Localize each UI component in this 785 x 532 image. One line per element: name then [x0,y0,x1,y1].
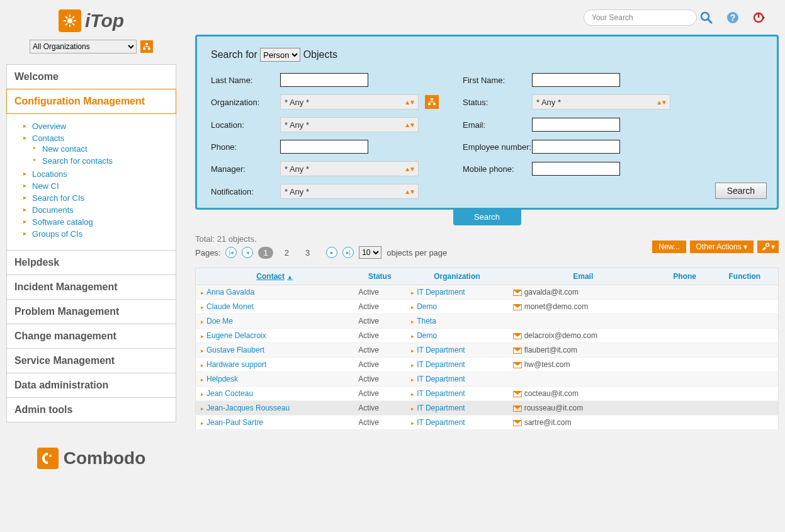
status-cell: Active [353,329,406,343]
select-location[interactable]: * Any *▲▼ [280,117,419,132]
nav-section-change-management[interactable]: Change management [6,324,176,349]
org-link[interactable]: IT Department [417,418,465,427]
nav-section-welcome[interactable]: Welcome [6,64,176,89]
nav-item[interactable]: Groups of CIs [32,228,176,240]
status-cell: Active [353,401,406,416]
nav-link[interactable]: Groups of CIs [32,229,82,239]
nav-item[interactable]: Search for CIs [32,192,176,204]
nav-item[interactable]: Documents [32,204,176,216]
svg-rect-19 [431,98,433,100]
input-last-name[interactable] [280,73,368,87]
pager-prev-button[interactable]: ◂ [242,247,253,258]
label-employee-number: Employee number: [463,142,532,152]
pager-last-button[interactable]: ▸| [342,247,354,258]
per-page-select[interactable]: 10 [359,246,381,259]
nav-link[interactable]: Documents [32,205,74,215]
column-header[interactable]: Phone [658,268,711,285]
nav-section-incident-management[interactable]: Incident Management [6,274,176,300]
logout-icon[interactable] [752,11,766,25]
column-header[interactable]: Status [353,268,406,285]
input-first-name[interactable] [532,73,620,87]
nav-section-admin-tools[interactable]: Admin tools [6,397,176,422]
contact-link[interactable]: Anna Gavalda [206,288,254,297]
help-icon[interactable]: ? [726,11,740,25]
column-header[interactable]: Organization [406,268,508,285]
org-link[interactable]: Demo [417,302,437,311]
org-link[interactable]: IT Department [417,404,465,412]
org-link[interactable]: Demo [417,331,437,340]
nav-section-service-management[interactable]: Service Management [6,348,176,373]
org-select[interactable]: All Organizations [30,40,137,54]
other-actions-button[interactable]: Other Actions ▾ [690,241,754,253]
search-button[interactable]: Search [715,183,767,199]
select-status[interactable]: * Any *▲▼ [532,94,670,110]
select-manager[interactable]: * Any *▲▼ [280,161,419,176]
column-header[interactable]: Contact▲ [196,268,354,285]
new-button[interactable]: New... [652,241,686,253]
tools-button[interactable]: ▾ [757,241,779,253]
nav-link[interactable]: Software catalog [32,217,93,227]
email-cell: flaubert@it.com [524,346,577,354]
page-number[interactable]: 2 [280,247,294,259]
svg-point-6 [67,18,72,23]
org-link[interactable]: IT Department [417,375,465,383]
search-object-type-select[interactable]: Person [260,48,300,62]
nav-section-data-administration[interactable]: Data administration [6,373,176,398]
org-link[interactable]: IT Department [417,288,465,297]
nav-link[interactable]: Locations [32,169,67,179]
select-organization[interactable]: * Any *▲▼ [280,94,419,110]
search-icon[interactable] [699,11,713,25]
pager-next-button[interactable]: ▸ [326,247,337,258]
input-mobile-phone[interactable] [532,162,620,176]
pager-first-button[interactable]: |◂ [225,247,237,258]
nav-item[interactable]: Overview [32,120,176,132]
input-phone[interactable] [280,140,368,154]
org-link[interactable]: IT Department [417,360,465,369]
org-link[interactable]: Theta [417,317,436,325]
table-row: ▸Hardware supportActive▸IT Departmenthw@… [196,358,779,372]
nav-link[interactable]: Search for CIs [32,193,84,203]
nav-link[interactable]: New CI [32,181,59,191]
contact-link[interactable]: Jean Cocteau [206,389,253,398]
svg-text:?: ? [730,13,736,23]
nav-item[interactable]: Locations [32,168,176,180]
nav-section-configuration-management[interactable]: Configuration Management [6,89,176,114]
search-tab-toggle[interactable]: Search [453,208,521,225]
column-header[interactable]: Function [711,268,779,285]
nav-section-body: OverviewContactsNew contactSearch for co… [6,114,176,251]
svg-line-11 [65,16,67,18]
nav-link[interactable]: New contact [42,144,88,154]
nav-link[interactable]: Overview [32,122,66,131]
contact-link[interactable]: Eugene Delacroix [206,331,266,340]
page-number[interactable]: 3 [300,247,315,259]
select-notification[interactable]: * Any *▲▼ [280,184,419,199]
contact-link[interactable]: Jean-Paul Sartre [206,418,263,427]
nav-item[interactable]: Software catalog [32,216,176,228]
nav-item[interactable]: New CI [32,180,176,192]
contact-link[interactable]: Claude Monet [206,302,254,311]
input-employee-number[interactable] [532,140,620,154]
contact-link[interactable]: Hardware support [206,360,266,369]
nav-item[interactable]: ContactsNew contactSearch for contacts [32,132,176,168]
action-buttons: New... Other Actions ▾ ▾ [652,241,779,253]
contact-link[interactable]: Gustave Flaubert [206,346,264,354]
input-email[interactable] [532,118,620,132]
global-search-input[interactable] [584,9,697,26]
column-header[interactable]: Email [508,268,658,285]
table-row: ▸Eugene DelacroixActive▸Demodelacroix@de… [196,329,779,343]
nav-subitem[interactable]: New contact [42,143,176,155]
nav-link[interactable]: Search for contacts [42,156,113,166]
org-hierarchy-button[interactable] [425,95,439,109]
nav-section-problem-management[interactable]: Problem Management [6,299,176,324]
nav-section-helpdesk[interactable]: Helpdesk [6,250,176,275]
contact-link[interactable]: Helpdesk [206,375,238,383]
contact-link[interactable]: Jean-Jacques Rousseau [206,404,290,412]
nav-subitem[interactable]: Search for contacts [42,155,176,167]
nav-link[interactable]: Contacts [32,133,64,143]
contact-link[interactable]: Doe Me [206,317,233,325]
search-title: Search for Person Objects [211,48,763,62]
org-link[interactable]: IT Department [417,389,465,398]
org-link[interactable]: IT Department [417,346,465,354]
page-number[interactable]: 1 [258,247,273,259]
org-tree-button[interactable] [140,40,153,53]
